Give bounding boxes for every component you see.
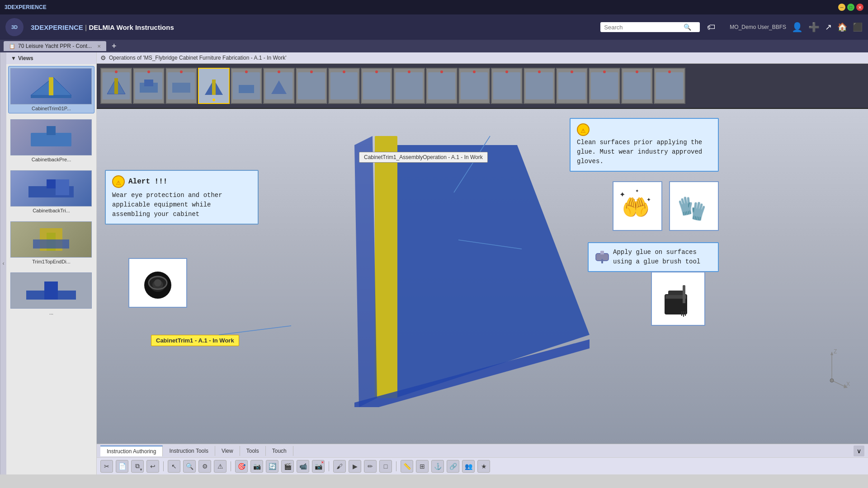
alert-text: Wear eye protection and other applicable… (112, 191, 251, 219)
svg-rect-14 (114, 78, 118, 94)
people-tool[interactable]: 👥 (462, 460, 475, 473)
svg-point-30 (154, 279, 161, 286)
film-frame-9[interactable] (393, 68, 425, 104)
camera2-tool[interactable]: 📹 (297, 460, 309, 473)
page-tool[interactable]: 📄 (116, 460, 128, 473)
sidebar-item-0[interactable]: CabinetTrim01P... (8, 66, 94, 113)
yellow-label-text: CabinetTrim1 - A.1 - In Work (156, 337, 234, 344)
add-icon[interactable]: ➕ (808, 22, 820, 33)
tab-view-label: View (222, 448, 233, 454)
scissors-tool[interactable]: ✂ (100, 460, 113, 473)
sidebar-item-4[interactable]: ... (8, 270, 94, 318)
app-subtitle: DELMIA Work Instructions (89, 23, 174, 31)
film-frame-1[interactable] (133, 68, 165, 104)
x-camera-tool[interactable]: 📷 ✕ (312, 460, 325, 473)
anchor-tool[interactable]: ⚓ (431, 460, 444, 473)
tag-icon[interactable]: 🏷 (707, 23, 715, 32)
share-icon[interactable]: ↗ (825, 22, 832, 32)
svg-rect-48 (683, 311, 684, 317)
window-controls: ─ □ ✕ (838, 4, 863, 11)
sidebar-item-2[interactable]: CabinetbackTri... (8, 168, 94, 216)
add-tab-button[interactable]: + (108, 42, 120, 51)
measure-tool[interactable]: 📏 (401, 460, 413, 473)
film-frame-16[interactable] (621, 68, 653, 104)
zoom-tool[interactable]: 🔍 (183, 460, 196, 473)
link-tool[interactable]: 🔗 (447, 460, 459, 473)
tab-instruction-tools[interactable]: Instruction Tools (163, 446, 215, 456)
tab-touch[interactable]: Touch (266, 446, 293, 456)
safety-glasses-svg (135, 265, 180, 301)
film-frame-12[interactable] (491, 68, 523, 104)
film-frame-5[interactable] (263, 68, 295, 104)
film-frame-6[interactable] (296, 68, 327, 104)
tab-view[interactable]: View (215, 446, 240, 456)
ops-header: ⚙ Operations of 'MS_Flybridge Cabinet Fu… (97, 52, 868, 64)
clean-surfaces-annotation-box: ⚠ Clean surfaces prior applying the glue… (570, 118, 719, 172)
tab-tools[interactable]: Tools (240, 446, 266, 456)
film-frame-3[interactable] (198, 68, 230, 104)
clean-text: Clean surfaces prior applying the glue. … (577, 138, 712, 166)
camera-tool[interactable]: 📷 (250, 460, 263, 473)
alert-annotation-box: ⚠ Alert !!! Wear eye protection and othe… (105, 170, 259, 225)
grid-tool[interactable]: ⊞ (416, 460, 429, 473)
alert-icon: ⚠ (112, 175, 125, 188)
paint-tool[interactable]: 🖌 (333, 460, 346, 473)
svg-text:🤲: 🤲 (622, 194, 650, 221)
home-icon[interactable]: 🏠 (837, 22, 847, 32)
tab-yacht[interactable]: 📋 70 Leisure Yacht PPR - Cont... ✕ (4, 41, 106, 51)
cabinet-trim-label: CabinetTrim1 - A.1 - In Work (151, 335, 239, 346)
app-title-main: 3DEXPERIENCE (31, 23, 83, 31)
pencil-tool[interactable]: ✏ (364, 460, 377, 473)
film-frame-15[interactable] (589, 68, 620, 104)
search-bar[interactable]: 🔍 (600, 22, 700, 32)
undo-tool[interactable]: ↩ (146, 460, 159, 473)
star-tool[interactable]: ★ (477, 460, 490, 473)
gloves-image-box: 🧤 (669, 181, 719, 231)
target-tool[interactable]: 🎯 (235, 460, 248, 473)
toolbar-expand-button[interactable]: ∨ (854, 446, 864, 456)
settings-tool[interactable]: ⚙ (198, 460, 211, 473)
rotate-tool[interactable]: 🔄 (266, 460, 278, 473)
user-avatar-icon[interactable]: 👤 (792, 22, 803, 33)
sidebar-collapse-button[interactable]: ‹ (0, 52, 6, 474)
sidebar-item-1[interactable]: CabinetbackPre... (8, 117, 94, 164)
alert-title: Alert !!! (128, 176, 167, 187)
expand-icon[interactable]: ⬛ (853, 22, 863, 32)
sidebar-expand-icon[interactable]: ▼ (11, 55, 16, 61)
search-icon[interactable]: 🔍 (684, 23, 691, 31)
film-frame-0[interactable] (100, 68, 132, 104)
film-frame-17[interactable] (654, 68, 685, 104)
svg-rect-46 (681, 303, 687, 312)
video-tool[interactable]: 🎬 (281, 460, 294, 473)
close-button[interactable]: ✕ (856, 4, 863, 11)
glue-brush-svg (656, 276, 701, 321)
film-frame-11[interactable] (458, 68, 490, 104)
sidebar-item-3[interactable]: Trim1TopEndDi... (8, 219, 94, 267)
clean-header: ⚠ (577, 123, 712, 136)
film-frame-2[interactable] (165, 68, 197, 104)
warning-tool[interactable]: ⚠ (214, 460, 226, 473)
film-frame-7[interactable] (328, 68, 360, 104)
film-frame-10[interactable] (426, 68, 458, 104)
minimize-button[interactable]: ─ (838, 4, 845, 11)
tab-instruction-authoring[interactable]: Instruction Authoring (100, 446, 163, 456)
tab-close-icon[interactable]: ✕ (97, 44, 101, 49)
svg-rect-6 (47, 179, 56, 188)
filmstrip[interactable] (97, 64, 868, 109)
pointer-tool[interactable]: ↖ (168, 460, 180, 473)
search-input[interactable] (604, 24, 681, 31)
svg-rect-47 (681, 311, 682, 316)
play-tool[interactable]: ▶ (349, 460, 361, 473)
box-tool[interactable]: □ (379, 460, 392, 473)
copy-tool[interactable]: ⧉ ▼ (131, 460, 144, 473)
film-frame-14[interactable] (556, 68, 588, 104)
svg-text:🧤: 🧤 (677, 194, 707, 222)
maximize-button[interactable]: □ (847, 4, 854, 11)
film-frame-13[interactable] (524, 68, 555, 104)
film-frame-8[interactable] (361, 68, 392, 104)
film-frame-4[interactable] (231, 68, 262, 104)
svg-text:X: X (846, 381, 850, 387)
sidebar-thumb-4 (10, 272, 92, 309)
clean-hands-image-box: 🤲 ✦ ✦ ✦ (613, 181, 662, 231)
svg-rect-2 (31, 95, 71, 98)
